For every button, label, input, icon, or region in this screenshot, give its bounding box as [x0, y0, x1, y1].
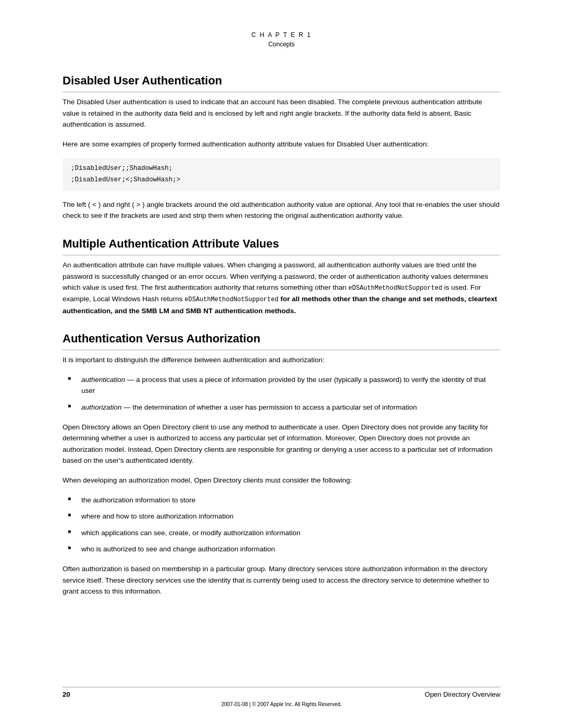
disabled-user-auth-para-1: The Disabled User authentication is used…: [63, 96, 500, 130]
bullet-authz-2: where and how to store authorization inf…: [63, 511, 500, 522]
multiple-auth-para-1: An authentication attribute can have mul…: [63, 260, 500, 316]
bullet-authentication: authentication — a process that uses a p…: [63, 374, 500, 397]
auth-vs-authz-intro: It is important to distinguish the diffe…: [63, 354, 500, 366]
section-title-disabled-user-auth: Disabled User Authentication: [63, 74, 500, 92]
chapter-label: C H A P T E R 1: [63, 31, 500, 39]
code-inline-2: eDSAuthMethodNotSupported: [185, 296, 278, 303]
footer-page-number: 20: [63, 690, 70, 698]
footer-divider: [63, 687, 500, 687]
auth-vs-authz-para-after: Often authorization is based on membersh…: [63, 563, 500, 597]
auth-vs-authz-bullets: authentication — a process that uses a p…: [63, 374, 500, 413]
page-footer: 20 Open Directory Overview 2007-01-08 | …: [63, 687, 500, 707]
term-authentication: authentication: [81, 376, 125, 384]
disabled-user-auth-para-after: The left ( < ) and right ( > ) angle bra…: [63, 199, 500, 221]
bullet-authz-3: which applications can see, create, or m…: [63, 527, 500, 539]
footer-title: Open Directory Overview: [425, 690, 500, 698]
disabled-user-code-block: ;DisabledUser;;ShadowHash; ;DisabledUser…: [63, 158, 500, 191]
bullet-authentication-text: — a process that uses a piece of informa…: [81, 376, 486, 395]
auth-vs-authz-para-1: Open Directory allows an Open Directory …: [63, 422, 500, 466]
chapter-subheader: Concepts: [63, 41, 500, 48]
bullet-authz-1: the authorization information to store: [63, 495, 500, 506]
disabled-user-auth-para-2: Here are some examples of properly forme…: [63, 139, 500, 150]
section-title-auth-vs-authz: Authentication Versus Authorization: [63, 332, 500, 350]
page: C H A P T E R 1 Concepts Disabled User A…: [0, 0, 563, 728]
footer-top: 20 Open Directory Overview: [63, 690, 500, 698]
bullet-authz-4: who is authorized to see and change auth…: [63, 544, 500, 555]
code-inline-1: eDSAuthMethodNotSupported: [348, 285, 442, 292]
bullet-authorization-text: — the determination of whether a user ha…: [124, 403, 417, 411]
bullet-authorization: authorization — the determination of whe…: [63, 402, 500, 413]
term-authorization: authorization: [81, 403, 121, 411]
auth-vs-authz-para-2: When developing an authorization model, …: [63, 475, 500, 486]
bold-all-methods: for all methods other than the change an…: [63, 295, 497, 314]
section-title-multiple-auth: Multiple Authentication Attribute Values: [63, 237, 500, 255]
footer-copyright: 2007-01-08 | © 2007 Apple Inc. All Right…: [63, 701, 500, 707]
authz-consider-bullets: the authorization information to store w…: [63, 495, 500, 555]
